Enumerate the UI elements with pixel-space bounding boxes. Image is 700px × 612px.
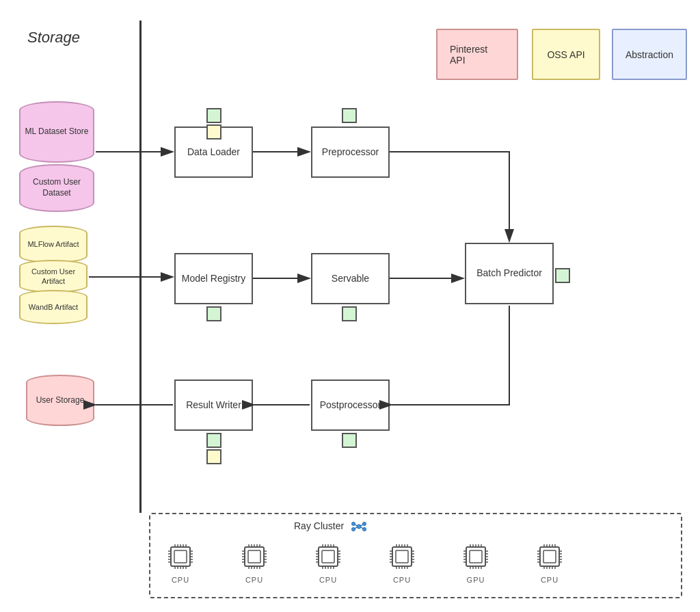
- svg-point-10: [357, 524, 361, 529]
- connector-sq-bp-right: [555, 268, 570, 283]
- svg-rect-85: [392, 547, 412, 566]
- cpu-item-6: CPU: [533, 540, 566, 584]
- svg-line-17: [355, 527, 357, 529]
- box-batch-predictor: Batch Predictor: [465, 243, 554, 304]
- legend-abstraction: Abstraction: [612, 29, 687, 80]
- svg-rect-64: [322, 550, 334, 563]
- cylinder-ml-dataset: ML Dataset Store: [19, 101, 94, 163]
- connector-sq-dl-top: [206, 108, 221, 123]
- cpu-icon-2: [238, 540, 271, 573]
- svg-rect-19: [171, 547, 190, 566]
- box-servable: Servable: [311, 253, 390, 304]
- connector-sq-sv-bottom: [342, 306, 357, 321]
- svg-point-14: [363, 528, 366, 531]
- svg-line-15: [355, 524, 357, 526]
- connector-sq-pp-top: [342, 108, 357, 123]
- cpu-group: CPU: [164, 540, 566, 584]
- cpu-item-1: CPU: [164, 540, 197, 584]
- cpu-item-4: CPU: [386, 540, 418, 584]
- svg-rect-130: [543, 550, 556, 563]
- cpu-item-2: CPU: [238, 540, 271, 584]
- ray-cluster-icon: [351, 518, 367, 535]
- connector-sq-rw-bottom: [206, 433, 221, 448]
- cpu-label-1: CPU: [172, 576, 189, 584]
- gpu-icon-5: [459, 540, 492, 573]
- svg-rect-108: [470, 550, 482, 563]
- cylinder-custom-artifact: Custom User Artifact: [19, 260, 88, 293]
- connector-sq-ps-bottom: [342, 433, 357, 448]
- cpu-label-4: CPU: [393, 576, 411, 584]
- cylinder-user-storage: User Storage: [26, 375, 94, 426]
- connector-sq-dl-top2: [206, 124, 221, 139]
- cpu-icon-1: [164, 540, 197, 573]
- cpu-item-3: CPU: [312, 540, 345, 584]
- cpu-label-5: GPU: [467, 576, 485, 584]
- svg-point-13: [352, 528, 355, 531]
- cylinder-custom-user: Custom User Dataset: [19, 164, 94, 212]
- connector-sq-rw-bottom2: [206, 449, 221, 464]
- cpu-icon-3: [312, 540, 345, 573]
- box-preprocessor: Preprocessor: [311, 127, 390, 178]
- cylinder-wandb-artifact: WandB Artifact: [19, 290, 88, 324]
- storage-label: Storage: [27, 29, 80, 46]
- svg-rect-42: [248, 550, 260, 563]
- vertical-divider: [140, 21, 142, 513]
- svg-line-16: [361, 524, 363, 526]
- box-result-writer: Result Writer: [174, 380, 253, 431]
- svg-rect-86: [396, 550, 408, 563]
- legend-oss-api: OSS API: [532, 29, 600, 80]
- cpu-icon-6: [533, 540, 566, 573]
- svg-point-12: [363, 522, 366, 526]
- cpu-label-6: CPU: [541, 576, 558, 584]
- box-postprocessor: Postprocessor: [311, 380, 390, 431]
- svg-line-18: [361, 527, 363, 529]
- svg-point-11: [352, 522, 355, 526]
- box-model-registry: Model Registry: [174, 253, 253, 304]
- cylinder-mlflow-artifact: MLFlow Artifact: [19, 226, 88, 263]
- connector-sq-mr-bottom: [206, 306, 221, 321]
- cpu-icon-4: [386, 540, 418, 573]
- svg-rect-20: [174, 550, 187, 563]
- svg-rect-129: [540, 547, 559, 566]
- ray-cluster-label: Ray Cluster: [294, 518, 367, 535]
- svg-rect-107: [466, 547, 485, 566]
- cpu-item-5: GPU: [459, 540, 492, 584]
- svg-rect-41: [245, 547, 264, 566]
- svg-rect-63: [319, 547, 338, 566]
- diagram-container: Storage Pinterest API OSS API Abstractio…: [0, 0, 700, 612]
- cpu-label-3: CPU: [319, 576, 337, 584]
- cpu-label-2: CPU: [245, 576, 263, 584]
- legend-pinterest-api: Pinterest API: [436, 29, 518, 80]
